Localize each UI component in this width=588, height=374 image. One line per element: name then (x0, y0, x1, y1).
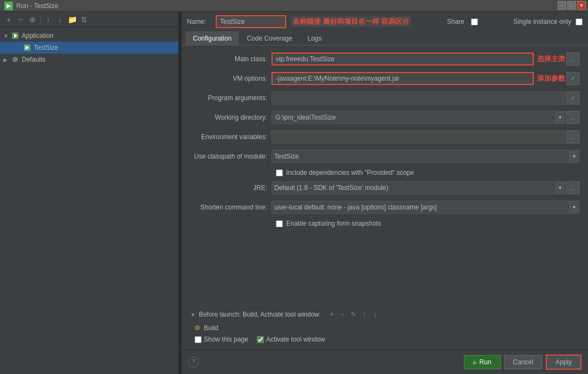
env-vars-row: Environment variables: … (190, 130, 579, 144)
name-input[interactable] (216, 15, 286, 28)
launch-move-up-button[interactable]: ↑ (359, 310, 369, 319)
show-page-checkbox[interactable] (195, 336, 202, 343)
show-page-label: Show this page (204, 336, 248, 343)
env-vars-input[interactable] (272, 130, 565, 143)
working-dir-input[interactable] (272, 111, 555, 124)
main-container: + − ⊕ ↑ ↓ 📁 ⇅ ▼ Application Test (0, 12, 588, 374)
defaults-label: Defaults (22, 56, 46, 63)
folder-button[interactable]: 📁 (67, 14, 77, 25)
main-class-row: Main class: 选择主类 … (190, 52, 579, 66)
left-panel: + − ⊕ ↑ ↓ 📁 ⇅ ▼ Application Test (0, 12, 179, 374)
shorten-cmd-select[interactable]: user-local default: none - java [options… (272, 201, 570, 214)
apply-button[interactable]: Apply (546, 355, 581, 370)
classpath-select-wrap: TestSize ▼ (272, 150, 579, 163)
run-config-toolbar: + − ⊕ ↑ ↓ 📁 ⇅ (0, 12, 178, 28)
enable-capture-row: Enable capturing form snapshots (190, 220, 579, 227)
tab-code-coverage[interactable]: Code Coverage (240, 31, 299, 45)
before-launch-section: ▼ Before launch: Build, Activate tool wi… (182, 305, 588, 350)
main-class-label: Main class: (190, 55, 272, 63)
remove-config-button[interactable]: − (15, 14, 26, 25)
name-field-label: Name: (187, 18, 211, 25)
activate-tool-item: Activate tool window (257, 336, 325, 343)
tab-logs[interactable]: Logs (300, 31, 328, 45)
testsize-run-icon (23, 43, 31, 52)
jre-select-arrow: ▼ (555, 181, 565, 194)
working-dir-row: Working directory: ▼ … (190, 110, 579, 124)
program-args-input[interactable] (272, 91, 565, 104)
tree-item-application[interactable]: ▼ Application (0, 30, 178, 42)
add-config-button[interactable]: + (3, 14, 14, 25)
launch-move-down-button[interactable]: ↓ (370, 310, 380, 319)
activate-tool-checkbox[interactable] (257, 336, 264, 343)
jre-select-wrap: Default (1.8 - SDK of 'TestSize' module)… (272, 181, 565, 194)
classpath-label: Use classpath of module: (190, 153, 272, 160)
tree-arrow-defaults: ▶ (3, 57, 11, 63)
build-item: ⚙ Build (190, 323, 579, 333)
run-button[interactable]: ▶ Run (464, 355, 501, 369)
vm-options-label: VM options: (190, 75, 272, 82)
working-dir-label: Working directory: (190, 114, 272, 121)
main-class-wrap: 选择主类 (272, 53, 565, 65)
jre-row: JRE: Default (1.8 - SDK of 'TestSize' mo… (190, 181, 579, 195)
tree-item-testsize[interactable]: TestSize (0, 42, 178, 54)
program-args-row: Program arguments: ⤢ (190, 91, 579, 105)
launch-remove-button[interactable]: − (338, 310, 347, 319)
share-checkbox[interactable] (471, 18, 478, 25)
single-instance-checkbox[interactable] (576, 18, 583, 25)
svg-point-4 (12, 57, 18, 62)
show-activate-row: Show this page Activate tool window (190, 333, 579, 345)
program-args-expand-button[interactable]: ⤢ (566, 91, 579, 104)
vm-options-row: VM options: 添加参数 ⤢ (190, 71, 579, 86)
shorten-cmd-label: Shorten command line: (190, 204, 272, 211)
tree-arrow-application: ▼ (3, 33, 11, 39)
env-vars-browse-button[interactable]: … (566, 130, 579, 143)
vm-options-wrap: 添加参数 (272, 72, 565, 85)
application-label: Application (22, 32, 54, 40)
cancel-button[interactable]: Cancel (504, 355, 542, 369)
toolbar-sep1 (40, 15, 41, 24)
share-checkbox-area (471, 18, 478, 25)
main-class-input[interactable] (272, 53, 534, 65)
run-triangle-icon: ▶ (473, 359, 477, 365)
enable-capture-checkbox[interactable] (276, 220, 283, 227)
close-btn[interactable]: ✕ (577, 1, 586, 10)
app-icon: ▶ (4, 2, 13, 10)
classpath-select[interactable]: TestSize (272, 150, 570, 163)
program-args-wrap (272, 91, 565, 104)
vm-options-annotation: 添加参数 (537, 74, 565, 83)
sort-button[interactable]: ⇅ (79, 14, 89, 25)
build-label: Build (204, 324, 218, 332)
main-class-browse-button[interactable]: … (566, 53, 579, 65)
minimize-btn[interactable]: − (558, 1, 566, 10)
defaults-icon (11, 55, 20, 64)
run-label: Run (480, 358, 492, 366)
share-label: Share (447, 18, 464, 25)
application-icon (11, 31, 20, 40)
shorten-cmd-row: Shorten command line: user-local default… (190, 200, 579, 214)
main-class-annotation: 选择主类 (537, 54, 565, 64)
launch-add-button[interactable]: + (327, 310, 337, 319)
vm-options-expand-button[interactable]: ⤢ (566, 72, 579, 85)
tab-configuration[interactable]: Configuration (186, 31, 238, 45)
env-vars-label: Environment variables: (190, 133, 272, 141)
jre-select[interactable]: Default (1.8 - SDK of 'TestSize' module) (272, 181, 555, 194)
include-deps-checkbox[interactable] (276, 169, 283, 176)
right-panel: Name: 名称随便 最好和项目名一样 容易区分 Share Single in… (182, 12, 588, 374)
jre-browse-button[interactable]: … (566, 181, 579, 194)
collapse-arrow[interactable]: ▼ (190, 312, 196, 318)
help-button[interactable]: ? (188, 357, 199, 368)
shorten-cmd-arrow: ▼ (570, 201, 579, 214)
move-down-button[interactable]: ↓ (55, 14, 66, 25)
launch-edit-button[interactable]: ✎ (348, 310, 358, 319)
move-up-button[interactable]: ↑ (43, 14, 54, 25)
working-dir-wrap: ▼ (272, 111, 565, 124)
include-deps-label: Include dependencies with "Provided" sco… (286, 169, 414, 176)
jre-label: JRE: (190, 184, 272, 192)
maximize-btn[interactable]: □ (567, 1, 576, 10)
copy-config-button[interactable]: ⊕ (27, 14, 38, 25)
build-icon: ⚙ (195, 324, 201, 332)
vm-options-input[interactable] (272, 72, 534, 85)
name-bar: Name: 名称随便 最好和项目名一样 容易区分 Share Single in… (182, 12, 588, 31)
working-dir-browse-button[interactable]: … (566, 111, 579, 124)
tree-item-defaults[interactable]: ▶ Defaults (0, 54, 178, 65)
